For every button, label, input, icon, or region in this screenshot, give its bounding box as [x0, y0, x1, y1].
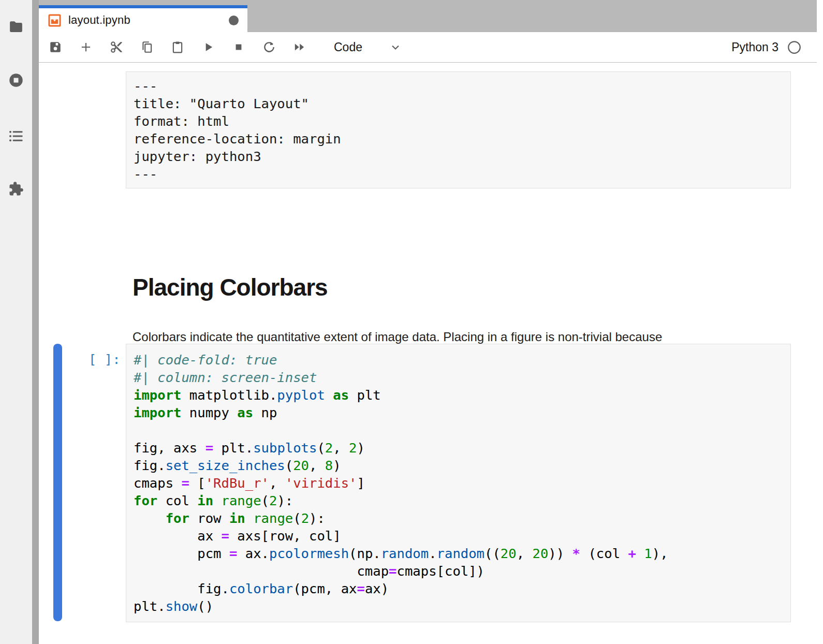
raw-cell-editor[interactable]: ---title: "Quarto Layout"format: htmlref… — [126, 71, 791, 188]
raw-cell-line: jupyter: python3 — [134, 148, 783, 165]
paste-icon — [171, 40, 184, 54]
cut-cells-button[interactable] — [110, 40, 123, 54]
save-icon — [49, 40, 62, 54]
fast-forward-icon — [293, 40, 306, 54]
code-line: #| column: screen-inset — [134, 369, 783, 386]
kernel-status-icon[interactable] — [787, 40, 801, 54]
paragraph-text: Colorbars indicate the quantitative exte… — [133, 330, 662, 344]
code-line: fig, axs = plt.subplots(2, 2) — [134, 439, 783, 457]
code-line: fig.colorbar(pcm, ax=ax) — [134, 580, 783, 597]
tab-layout-ipynb[interactable]: layout.ipynb — [39, 5, 247, 32]
copy-icon — [140, 40, 154, 54]
notebook-panel: ---title: "Quarto Layout"format: htmlref… — [39, 63, 817, 644]
dock-tab-bar: layout.ipynb — [39, 0, 817, 32]
extension-manager-button[interactable] — [8, 181, 24, 197]
run-cell-button[interactable] — [201, 40, 215, 54]
save-button[interactable] — [49, 40, 62, 54]
code-line: plt.show() — [134, 597, 783, 615]
code-line: cmaps = ['RdBu_r', 'viridis'] — [134, 474, 783, 492]
raw-cell-line: --- — [134, 77, 783, 95]
cell-type-value: Code — [334, 40, 362, 54]
scissors-icon — [110, 40, 123, 54]
tab-title: layout.ipynb — [68, 13, 130, 27]
code-line: for row in range(2): — [134, 509, 783, 527]
refresh-icon — [262, 40, 276, 54]
code-line: import numpy as np — [134, 404, 783, 421]
stop-icon — [232, 40, 245, 54]
plus-icon — [79, 40, 93, 54]
raw-cell-line: --- — [134, 165, 783, 183]
unsaved-changes-dot[interactable] — [229, 16, 239, 25]
jupyterlab-window: layout.ipynb — [0, 0, 823, 644]
play-icon — [201, 40, 215, 54]
interrupt-kernel-button[interactable] — [232, 40, 245, 54]
notebook-toolbar: Code Python 3 — [39, 32, 817, 63]
stop-circle-icon — [8, 72, 24, 88]
code-line: ax = axs[row, col] — [134, 527, 783, 545]
activity-sidebar — [0, 0, 32, 644]
insert-cell-button[interactable] — [79, 40, 93, 54]
restart-run-all-button[interactable] — [293, 40, 306, 54]
code-line — [134, 421, 783, 439]
markdown-heading: Placing Colorbars — [133, 273, 328, 301]
table-of-contents-button[interactable] — [8, 128, 24, 144]
chevron-down-icon — [389, 41, 402, 53]
paste-cells-button[interactable] — [171, 40, 184, 54]
raw-cell-line: title: "Quarto Layout" — [134, 95, 783, 112]
list-icon — [8, 128, 24, 144]
puzzle-icon — [8, 181, 24, 197]
code-line: for col in range(2): — [134, 492, 783, 509]
code-line: cmap=cmaps[col]) — [134, 562, 783, 580]
file-browser-button[interactable] — [8, 19, 24, 35]
active-cell-collapser[interactable] — [53, 344, 62, 621]
kernel-name[interactable]: Python 3 — [731, 40, 778, 54]
code-line: import matplotlib.pyplot as plt — [134, 386, 783, 404]
restart-kernel-button[interactable] — [262, 40, 276, 54]
notebook-icon — [48, 13, 62, 27]
raw-cell-line: format: html — [134, 112, 783, 130]
raw-cell-line: reference-location: margin — [134, 130, 783, 148]
folder-icon — [8, 19, 24, 35]
code-line: fig.set_size_inches(20, 8) — [134, 457, 783, 474]
sidebar-resize-handle[interactable] — [32, 0, 39, 644]
copy-cells-button[interactable] — [140, 40, 154, 54]
cell-type-dropdown[interactable]: Code — [334, 40, 402, 54]
code-line: pcm = ax.pcolormesh(np.random.random((20… — [134, 545, 783, 562]
code-cell-editor[interactable]: #| code-fold: true#| column: screen-inse… — [126, 344, 791, 622]
code-line: #| code-fold: true — [134, 351, 783, 369]
running-sessions-button[interactable] — [8, 72, 24, 89]
